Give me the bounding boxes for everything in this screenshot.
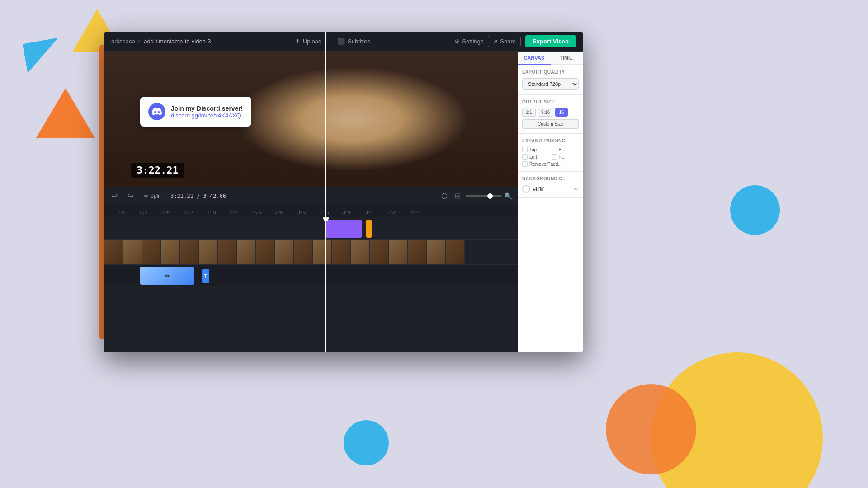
output-size-section: OUTPUT SIZE 1:1 9:16 16 Custom Size xyxy=(518,95,583,134)
top-bar-center: ⬆ Upload ⬛ Subtitles xyxy=(291,36,375,47)
main-area: Join my Discord server! discord.gg/invit… xyxy=(104,52,583,352)
zoom-thumb[interactable] xyxy=(487,193,493,199)
export-button[interactable]: Export Video xyxy=(525,35,576,47)
blue-triangle-decoration xyxy=(23,38,63,73)
panel-tabs: CANVAS TIMI... xyxy=(518,52,583,65)
padding-bottom-checkbox[interactable] xyxy=(552,147,557,152)
redo-button[interactable]: ↪ xyxy=(125,191,136,201)
subtitles-icon: ⬛ xyxy=(338,38,345,45)
color-hex-value: #ffffff xyxy=(533,186,543,192)
breadcrumb-separator: > xyxy=(138,38,142,45)
color-swatch[interactable] xyxy=(522,185,530,193)
discord-card-title: Join my Discord server! xyxy=(171,105,243,112)
thumb-cell xyxy=(123,240,142,265)
thumb-cell xyxy=(142,240,161,265)
ruler-mark-8: 2:49 xyxy=(275,210,283,215)
size-16-button[interactable]: 16 xyxy=(555,108,567,117)
ruler-mark-5: 2:10 xyxy=(207,210,216,215)
padding-right-checkbox[interactable] xyxy=(552,154,557,160)
video-timestamp-overlay: 3:22.21 xyxy=(131,163,184,178)
padding-top-item: Top xyxy=(522,147,550,152)
zoom-slider[interactable] xyxy=(466,195,502,197)
text-track-row: 📺 T xyxy=(104,265,518,286)
ruler-mark-6: 2:23 xyxy=(230,210,238,215)
padding-left-item: Left xyxy=(522,154,550,160)
padding-left-checkbox[interactable] xyxy=(522,154,528,160)
thumb-cell xyxy=(237,240,256,265)
tab-canvas[interactable]: CANVAS xyxy=(518,52,551,65)
remove-padding-checkbox[interactable] xyxy=(522,161,528,167)
output-size-title: OUTPUT SIZE xyxy=(522,99,579,104)
video-background: Join my Discord server! discord.gg/invit… xyxy=(104,52,518,187)
ruler-mark-11: 3:28 xyxy=(343,210,351,215)
padding-top-checkbox[interactable] xyxy=(522,147,528,152)
video-section: Join my Discord server! discord.gg/invit… xyxy=(104,52,518,352)
expand-padding-section: EXPAND PADDING Top B... Left xyxy=(518,134,583,172)
blue-circle-right-decoration xyxy=(730,185,780,235)
discord-logo-icon xyxy=(148,103,165,120)
background-color-section: BACKGROUND C... #ffffff ✏ xyxy=(518,172,583,198)
thumb-cell xyxy=(275,240,294,265)
upload-button[interactable]: ⬆ Upload xyxy=(291,36,326,47)
thumb-cell xyxy=(351,240,370,265)
share-label: Share xyxy=(500,38,516,45)
breadcrumb-project: add-timestamp-to-video-3 xyxy=(144,38,211,45)
upload-label: Upload xyxy=(303,38,321,45)
subtitles-button[interactable]: ⬛ Subtitles xyxy=(333,36,375,47)
breadcrumb-workspace: orkspace xyxy=(111,38,135,45)
remove-padding-item: Remove Padd... xyxy=(522,161,579,167)
clip-purple[interactable] xyxy=(326,220,362,238)
export-quality-section: EXPORT QUALITY Standard 720p xyxy=(518,65,583,95)
screen-clip[interactable]: 📺 xyxy=(140,267,194,285)
custom-size-button[interactable]: Custom Size xyxy=(522,119,579,129)
ruler-mark-2: 1:31 xyxy=(139,210,148,215)
export-quality-title: EXPORT QUALITY xyxy=(522,70,579,75)
ruler-mark-9: 3:02 xyxy=(297,210,306,215)
playhead-track3 xyxy=(326,265,326,286)
thumb-cell xyxy=(256,240,275,265)
settings-button[interactable]: ⚙ Settings xyxy=(454,38,483,45)
video-preview: Join my Discord server! discord.gg/invit… xyxy=(104,52,518,187)
size-9-16-button[interactable]: 9:16 xyxy=(538,108,553,117)
padding-right-label: R... xyxy=(559,155,566,160)
undo-button[interactable]: ↩ xyxy=(109,191,120,201)
zoom-in-icon[interactable]: 🔍 xyxy=(505,192,512,200)
quality-select[interactable]: Standard 720p xyxy=(522,78,579,90)
thumb-cell xyxy=(180,240,199,265)
yellow-circle-decoration xyxy=(651,352,823,488)
ruler-mark-3: 1:44 xyxy=(162,210,170,215)
zoom-out-button[interactable]: ⊟ xyxy=(453,191,463,201)
tab-timing[interactable]: TIMI... xyxy=(551,52,584,65)
color-edit-icon[interactable]: ✏ xyxy=(574,186,579,192)
clip-track-row xyxy=(104,217,518,240)
top-bar: orkspace > add-timestamp-to-video-3 ⬆ Up… xyxy=(104,32,583,52)
clip-track-content xyxy=(104,217,518,239)
upload-icon: ⬆ xyxy=(295,38,300,45)
thumb-cell xyxy=(389,240,408,265)
timeline-controls: ↩ ↪ ✂ Split 3:22.21 / 3:42.66 ⬡ ⊟ xyxy=(104,187,518,205)
thumb-cell xyxy=(408,240,427,265)
size-1-1-button[interactable]: 1:1 xyxy=(522,108,536,117)
zoom-controls: ⬡ ⊟ 🔍 xyxy=(439,191,512,201)
settings-label: Settings xyxy=(462,38,483,45)
thumb-cell xyxy=(104,240,123,265)
text-clip-marker[interactable]: T xyxy=(202,269,209,283)
thumb-cell xyxy=(332,240,351,265)
editor-window: orkspace > add-timestamp-to-video-3 ⬆ Up… xyxy=(104,32,583,352)
expand-padding-title: EXPAND PADDING xyxy=(522,138,579,143)
discord-overlay-card[interactable]: Join my Discord server! discord.gg/invit… xyxy=(140,97,251,127)
padding-right-item: R... xyxy=(552,154,579,160)
ruler-mark-10: 3:15 xyxy=(320,210,329,215)
split-button[interactable]: ✂ Split xyxy=(141,193,163,199)
thumb-cell xyxy=(161,240,180,265)
zoom-fit-button[interactable]: ⬡ xyxy=(439,191,450,201)
thumb-cell xyxy=(294,240,313,265)
padding-grid: Top B... Left R... xyxy=(522,147,579,160)
share-button[interactable]: ↗ Share xyxy=(488,36,521,47)
share-icon: ↗ xyxy=(493,38,498,45)
blue-circle-bottom-decoration xyxy=(344,420,389,465)
current-time-display: 3:22.21 / 3:42.66 xyxy=(170,193,226,199)
remove-padding-label: Remove Padd... xyxy=(529,162,562,167)
thumb-track-row xyxy=(104,240,518,265)
clip-orange[interactable] xyxy=(366,220,372,238)
